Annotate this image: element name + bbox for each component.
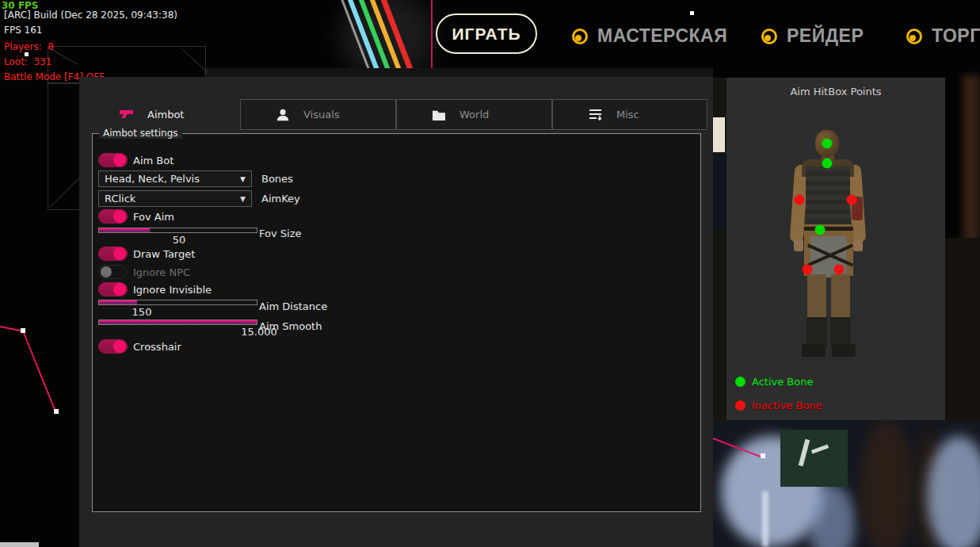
tab-label: Visuals [303,109,340,120]
legend-label: Inactive Bone [752,400,822,411]
toggle-knob [113,283,126,296]
aim-smooth-label: Aim Smooth [259,320,322,332]
playlist-icon [588,108,603,121]
tab-label: Misc [616,109,639,120]
nav-item-label: МАСТЕРСКАЯ [597,25,727,47]
draw-target-label: Draw Target [133,248,195,260]
scene-strip-dark [713,154,726,230]
nav-item-workshop[interactable]: МАСТЕРСКАЯ [572,25,727,47]
active-bone-dot-icon [735,377,745,387]
tab-aimbot[interactable]: Aimbot [84,99,240,130]
ignore-invisible-toggle[interactable] [98,282,128,296]
hitbox-point-neck [822,159,833,169]
hitbox-point-left-knee [803,265,813,275]
nav-item-raider[interactable]: РЕЙДЕР [761,25,864,47]
aim-distance-label: Aim Distance [259,300,327,312]
nav-item-label: РЕЙДЕР [787,25,864,47]
tab-label: World [459,109,489,120]
fov-size-label: Fov Size [259,228,301,239]
tab-visuals[interactable]: Visuals [240,99,396,130]
esp-marker-dot [21,328,25,333]
toggle-knob [113,210,126,223]
scene-rust-rock [963,75,980,250]
loot-count: Loot: 331 [4,56,51,67]
slider-fill [99,300,137,304]
hitbox-panel-title: Aim HitBox Points [726,86,945,98]
person-icon [276,108,290,122]
toggle-knob [101,266,112,277]
toggle-knob [113,154,126,166]
scene-bottom-bar [0,542,39,547]
legend-active-bone: Active Bone [735,376,813,388]
toggle-knob [113,247,126,260]
esp-marker-dot [761,453,765,458]
esp-marker-dot [690,11,694,15]
pistol-icon [119,108,134,121]
bones-value: Head, Neck, Pelvis [105,173,200,185]
aim-bot-toggle[interactable] [98,153,128,167]
crosshair-toggle[interactable] [98,339,128,354]
hitbox-point-left-arm [795,195,805,205]
coin-icon [761,29,777,44]
tab-world[interactable]: World [396,99,552,130]
aimkey-label: AimKey [261,193,300,205]
hitbox-panel: Aim HitBox Points Active Bone Inactive B… [726,78,945,420]
aim-distance-value: 150 [132,306,152,318]
play-button[interactable]: ИГРАТЬ [436,13,537,54]
ignore-npc-toggle[interactable] [98,265,128,279]
scene-bottom-right [713,420,980,547]
hitbox-point-head [822,139,833,149]
ignore-invisible-label: Ignore Invisible [133,284,212,296]
esp-tracer-line [23,333,56,413]
chevron-down-icon: ▼ [240,195,246,203]
tracer-vertical-line [431,0,433,78]
aimkey-value: RClick [105,193,135,205]
inactive-bone-dot-icon [735,400,745,411]
crosshair-label: Crosshair [133,341,181,353]
fov-size-slider[interactable] [98,228,257,233]
bones-dropdown[interactable]: Head, Neck, Pelvis ▼ [98,170,252,187]
slider-fill [99,320,257,324]
folder-icon [432,109,446,121]
aim-distance-slider[interactable] [98,300,257,305]
group-title: Aimbot settings [99,128,182,139]
fov-aim-toggle[interactable] [98,209,128,224]
scene-strip-highlight [713,117,725,152]
aim-smooth-slider[interactable] [98,319,257,325]
draw-target-toggle[interactable] [98,247,128,261]
coin-icon [572,29,588,44]
toggle-knob [113,340,126,353]
coin-icon [906,29,922,44]
slider-fill [99,228,150,232]
cheat-menu-panel: Aimbot Visuals World Misc A [79,77,713,547]
scene-dark-structure [945,238,980,420]
chevron-down-icon: ▼ [240,175,246,183]
aimkey-dropdown[interactable]: RClick ▼ [98,190,252,207]
legend-label: Active Bone [752,376,813,388]
nav-item-label: ТОРГО [932,25,980,47]
legend-inactive-bone: Inactive Bone [735,400,822,411]
players-count: Players: 8 [4,41,54,52]
fov-size-value: 50 [173,234,186,246]
tab-label: Aimbot [147,109,184,120]
game-screen: 30 FPS [ARC] Build (Dec 28 2025, 09:43:3… [0,0,980,547]
hitbox-point-right-knee [834,265,845,275]
bones-label: Bones [261,173,293,185]
build-info: [ARC] Build (Dec 28 2025, 09:43:38) [4,10,177,21]
aim-bot-label: Aim Bot [133,155,174,166]
hitbox-point-right-arm [847,195,857,205]
hitbox-point-pelvis [815,225,826,235]
ignore-npc-label: Ignore NPC [133,266,190,278]
nav-item-trade[interactable]: ТОРГО [906,25,980,47]
fps-info: FPS 161 [4,25,42,36]
esp-marker-dot [54,409,59,414]
tab-misc[interactable]: Misc [552,99,707,130]
fov-aim-label: Fov Aim [133,211,174,223]
